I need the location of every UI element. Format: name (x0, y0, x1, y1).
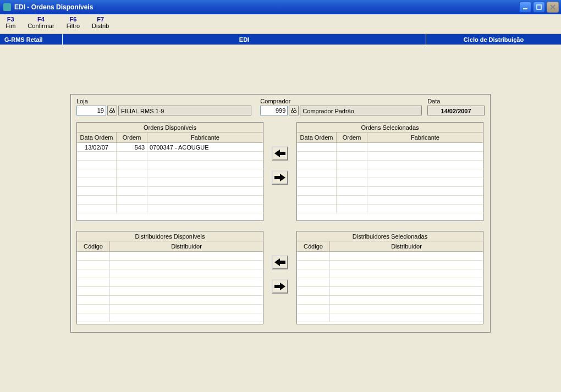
move-left-ordens-button[interactable] (272, 146, 288, 161)
toolbar-label: Filtro (67, 23, 80, 29)
table-row[interactable] (77, 278, 263, 287)
toolbar-label: Distrib (92, 23, 109, 29)
breadcrumb-bar: G-RMS Retail EDI Ciclo de Distribuição (0, 34, 561, 45)
grid-title: Distribuidores Disponíveis (77, 231, 263, 241)
svg-rect-1 (537, 5, 541, 9)
table-row[interactable] (297, 261, 483, 269)
svg-point-4 (292, 111, 294, 113)
window-buttons (519, 2, 559, 13)
table-row[interactable] (297, 313, 483, 322)
distribuidores-disponiveis-grid[interactable]: Distribuidores Disponíveis Código Distri… (76, 231, 263, 324)
table-row[interactable] (77, 252, 263, 261)
ordens-disponiveis-grid[interactable]: Ordens Disponíveis Data Ordem Ordem Fabr… (76, 122, 263, 221)
svg-point-3 (112, 111, 114, 113)
table-row[interactable] (77, 169, 263, 178)
table-row[interactable]: 13/02/07 543 0700347 - ACOUGUE (77, 143, 263, 152)
col-data-ordem: Data Ordem (77, 132, 117, 142)
table-row[interactable] (297, 143, 483, 152)
app-icon (3, 3, 11, 11)
table-row[interactable] (77, 178, 263, 187)
col-fabricante: Fabricante (367, 132, 483, 142)
grid-body: 13/02/07 543 0700347 - ACOUGUE (77, 143, 263, 213)
titlebar: EDI - Ordens Disponíveis (0, 0, 561, 14)
table-row[interactable] (297, 205, 483, 213)
toolbar-filtro[interactable]: F6 Filtro (67, 16, 80, 29)
window-title: EDI - Ordens Disponíveis (14, 3, 519, 11)
main-panel: Loja FILIAL RMS 1-9 Comprador Comprador (70, 94, 491, 333)
minimize-button[interactable] (519, 2, 531, 13)
maximize-button[interactable] (533, 2, 545, 13)
table-row[interactable] (297, 178, 483, 187)
loja-input[interactable] (76, 106, 106, 115)
table-row[interactable] (77, 313, 263, 322)
comprador-name: Comprador Padrão (300, 106, 422, 115)
table-row[interactable] (297, 278, 483, 287)
toolbar: F3 Fim F4 Confirmar F6 Filtro F7 Distrib (0, 14, 561, 34)
ordens-selecionadas-grid[interactable]: Ordens Selecionadas Data Ordem Ordem Fab… (296, 122, 483, 221)
loja-lookup-button[interactable] (107, 106, 117, 115)
col-fabricante: Fabricante (147, 132, 263, 142)
svg-point-5 (294, 111, 296, 113)
svg-point-2 (109, 111, 112, 113)
breadcrumb-cycle: Ciclo de Distribuição (426, 34, 561, 45)
table-row[interactable] (297, 305, 483, 313)
arrow-right-icon (274, 282, 286, 291)
cell-ordem: 543 (117, 143, 147, 151)
table-row[interactable] (77, 269, 263, 278)
table-row[interactable] (77, 196, 263, 205)
table-row[interactable] (77, 152, 263, 161)
comprador-lookup-button[interactable] (289, 106, 299, 115)
fk-label: F6 (67, 16, 80, 23)
svg-rect-0 (523, 8, 527, 9)
table-row[interactable] (77, 205, 263, 213)
arrow-left-icon (274, 149, 286, 158)
table-row[interactable] (77, 296, 263, 305)
fk-label: F7 (92, 16, 109, 23)
cell-fab: 0700347 - ACOUGUE (147, 143, 263, 151)
distribuidores-selecionados-grid[interactable]: Distribuidores Selecionadas Código Distr… (296, 231, 483, 324)
data-value: 14/02/2007 (427, 106, 485, 115)
table-row[interactable] (297, 161, 483, 169)
table-row[interactable] (297, 187, 483, 196)
arrow-left-icon (274, 258, 286, 267)
col-codigo: Código (297, 241, 330, 251)
arrow-right-icon (274, 173, 286, 182)
fk-label: F3 (6, 16, 15, 23)
toolbar-label: Fim (6, 23, 15, 29)
toolbar-confirmar[interactable]: F4 Confirmar (28, 16, 54, 29)
table-row[interactable] (297, 196, 483, 205)
col-ordem: Ordem (117, 132, 147, 142)
toolbar-label: Confirmar (28, 23, 54, 29)
move-right-ordens-button[interactable] (272, 170, 288, 185)
table-row[interactable] (77, 287, 263, 296)
close-button[interactable] (547, 2, 559, 13)
table-row[interactable] (77, 261, 263, 269)
toolbar-distrib[interactable]: F7 Distrib (92, 16, 109, 29)
table-row[interactable] (77, 187, 263, 196)
table-row[interactable] (297, 296, 483, 305)
move-left-dist-button[interactable] (272, 255, 288, 269)
grid-body (77, 252, 263, 322)
col-codigo: Código (77, 241, 110, 251)
comprador-label: Comprador (260, 98, 422, 104)
toolbar-fim[interactable]: F3 Fim (6, 16, 15, 29)
table-row[interactable] (77, 161, 263, 169)
table-row[interactable] (77, 305, 263, 313)
col-ordem: Ordem (337, 132, 367, 142)
table-row[interactable] (297, 287, 483, 296)
table-row[interactable] (297, 152, 483, 161)
col-distribuidor: Distribuidor (330, 241, 483, 251)
move-right-dist-button[interactable] (272, 279, 288, 294)
breadcrumb-module: EDI (63, 34, 426, 45)
table-row[interactable] (297, 252, 483, 261)
breadcrumb-app: G-RMS Retail (0, 34, 63, 45)
grid-title: Ordens Selecionadas (297, 123, 483, 132)
grid-title: Ordens Disponíveis (77, 123, 263, 132)
binoculars-icon (109, 107, 116, 114)
comprador-input[interactable] (260, 106, 288, 115)
table-row[interactable] (297, 169, 483, 178)
table-row[interactable] (297, 269, 483, 278)
grid-body (297, 252, 483, 322)
cell-data: 13/02/07 (77, 143, 117, 151)
loja-name: FILIAL RMS 1-9 (118, 106, 251, 115)
